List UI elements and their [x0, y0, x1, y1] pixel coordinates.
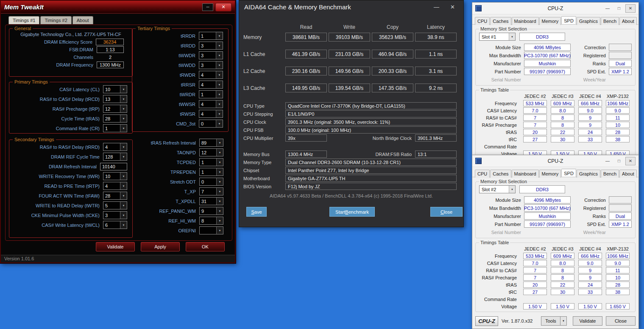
timing-dropdown[interactable]: 1▼	[199, 90, 223, 98]
dropdown-arrow-icon[interactable]: ▼	[216, 52, 223, 59]
timing-dropdown[interactable]: 28▼	[103, 192, 127, 200]
timing-dropdown[interactable]: 0▼	[199, 120, 223, 128]
timing-dropdown[interactable]: 128▼	[103, 153, 127, 161]
timing-dropdown[interactable]: 3▼	[103, 211, 127, 219]
tab-bench[interactable]: Bench	[601, 17, 619, 25]
timing-dropdown[interactable]: 3▼	[199, 42, 223, 50]
dropdown-arrow-icon[interactable]: ▼	[120, 115, 127, 122]
close-button[interactable]: ✕	[215, 3, 231, 11]
dropdown-arrow-icon[interactable]: ▼	[216, 188, 223, 195]
timing-dropdown[interactable]: 6▼	[103, 221, 127, 229]
close-button[interactable]: Close	[606, 316, 636, 326]
apply-button[interactable]: Apply	[141, 242, 180, 251]
close-button[interactable]: ✕	[625, 157, 636, 165]
timing-dropdown[interactable]: 7▼	[199, 187, 223, 195]
dropdown-arrow-icon[interactable]: ▼	[216, 178, 223, 185]
timing-dropdown[interactable]: 5▼	[103, 201, 127, 209]
dropdown-arrow-icon[interactable]: ▼	[216, 100, 223, 108]
dropdown-arrow-icon[interactable]: ▼	[120, 143, 127, 151]
tab-memory[interactable]: Memory	[539, 17, 561, 25]
dropdown-arrow-icon[interactable]: ▼	[216, 71, 223, 78]
tab-about[interactable]: About	[619, 17, 637, 25]
tab-bench[interactable]: Bench	[601, 170, 619, 178]
minimize-button[interactable]: —	[602, 157, 613, 165]
dropdown-arrow-icon[interactable]: ▼	[216, 120, 223, 127]
slot-select[interactable]: Slot #2▼	[479, 185, 516, 193]
tab-about[interactable]: About	[72, 16, 93, 24]
dropdown-arrow-icon[interactable]: ▼	[120, 212, 127, 219]
maximize-button[interactable]: □	[614, 157, 624, 165]
dropdown-arrow-icon[interactable]: ▼	[216, 61, 223, 69]
close-button[interactable]: ✕	[625, 4, 636, 13]
timing-dropdown[interactable]: 10▼	[103, 85, 127, 93]
dropdown-arrow-icon[interactable]: ▼	[216, 32, 223, 39]
tab-spd[interactable]: SPD	[561, 169, 576, 177]
timing-dropdown[interactable]: 28▼	[103, 114, 127, 123]
dropdown-arrow-icon[interactable]: ▼	[120, 192, 127, 199]
timing-dropdown[interactable]: 0▼	[199, 178, 223, 186]
timing-dropdown[interactable]: 4▼	[103, 182, 127, 190]
slot-select[interactable]: Slot #1▼	[479, 33, 516, 41]
timing-dropdown[interactable]: 12▼	[103, 105, 127, 113]
dropdown-arrow-icon[interactable]: ▼	[216, 159, 223, 166]
maximize-button[interactable]: □	[614, 4, 624, 13]
tab-mainboard[interactable]: Mainboard	[512, 170, 539, 178]
timing-dropdown[interactable]: 4▼	[103, 143, 127, 151]
timing-dropdown[interactable]: 1▼	[103, 124, 127, 132]
timing-dropdown[interactable]: 10▼	[103, 172, 127, 180]
dropdown-arrow-icon[interactable]: ▼	[509, 33, 515, 40]
tab-memory[interactable]: Memory	[539, 170, 561, 178]
dropdown-arrow-icon[interactable]: ▼	[216, 168, 223, 176]
timing-dropdown[interactable]: 9▼	[199, 207, 223, 215]
cpuz-titlebar[interactable]: CPU-Z—□✕	[472, 3, 638, 14]
timing-dropdown[interactable]: 3▼	[199, 51, 223, 59]
timing-dropdown[interactable]: 89▼	[199, 139, 223, 147]
dropdown-arrow-icon[interactable]: ▼	[120, 105, 127, 112]
tools-dropdown-arrow[interactable]: ▼	[560, 316, 567, 326]
timing-dropdown[interactable]: ▼	[199, 226, 223, 234]
timing-dropdown[interactable]: 4▼	[199, 81, 223, 89]
timing-dropdown[interactable]: 1▼	[199, 158, 223, 166]
tab-spd[interactable]: SPD	[561, 16, 576, 24]
timing-dropdown[interactable]: 4▼	[199, 100, 223, 108]
timing-dropdown[interactable]: 3▼	[199, 61, 223, 69]
start-benchmark-button[interactable]: Start Benchmark	[329, 207, 375, 217]
dropdown-arrow-icon[interactable]: ▼	[216, 81, 223, 88]
tab-mainboard[interactable]: Mainboard	[512, 17, 539, 25]
dropdown-arrow-icon[interactable]: ▼	[216, 42, 223, 49]
timing-dropdown[interactable]: 1▼	[199, 168, 223, 176]
cpuz-titlebar[interactable]: CPU-Z—□✕	[472, 155, 638, 167]
tab-caches[interactable]: Caches	[490, 170, 511, 178]
dropdown-arrow-icon[interactable]: ▼	[216, 198, 223, 205]
minimize-button[interactable]: —	[602, 4, 613, 13]
tab-graphics[interactable]: Graphics	[577, 170, 600, 178]
dropdown-arrow-icon[interactable]: ▼	[120, 95, 127, 103]
dropdown-arrow-icon[interactable]: ▼	[216, 149, 223, 156]
validate-button[interactable]: Validate	[573, 316, 602, 326]
timing-dropdown[interactable]: 4▼	[199, 110, 223, 118]
tab-cpu[interactable]: CPU	[475, 170, 490, 178]
tab-cpu[interactable]: CPU	[475, 17, 490, 25]
memtweakit-titlebar[interactable]: Mem TweakIt ─ ✕	[1, 1, 235, 14]
timing-dropdown[interactable]: 8▼	[199, 217, 223, 225]
timing-dropdown[interactable]: 31▼	[199, 197, 223, 205]
dropdown-arrow-icon[interactable]: ▼	[216, 139, 223, 146]
tab-about[interactable]: About	[619, 170, 637, 178]
dropdown-arrow-icon[interactable]: ▼	[216, 91, 223, 98]
dropdown-arrow-icon[interactable]: ▼	[120, 182, 127, 190]
tab-timings-1[interactable]: Timings #1	[8, 16, 39, 24]
dropdown-arrow-icon[interactable]: ▼	[509, 186, 515, 193]
dropdown-arrow-icon[interactable]: ▼	[120, 86, 127, 93]
timing-dropdown[interactable]: 4▼	[199, 71, 223, 79]
dropdown-arrow-icon[interactable]: ▼	[120, 221, 127, 229]
save-button[interactable]: Save	[246, 207, 267, 217]
tab-graphics[interactable]: Graphics	[577, 17, 600, 25]
dropdown-arrow-icon[interactable]: ▼	[120, 153, 127, 160]
dropdown-arrow-icon[interactable]: ▼	[216, 110, 223, 117]
tools-button[interactable]: Tools	[541, 316, 560, 326]
tab-timings-2[interactable]: Timings #2	[40, 16, 71, 24]
dropdown-arrow-icon[interactable]: ▼	[216, 217, 223, 224]
ok-button[interactable]: OK	[186, 242, 225, 251]
dropdown-arrow-icon[interactable]: ▼	[120, 202, 127, 209]
timing-dropdown[interactable]: 12▼	[199, 148, 223, 156]
